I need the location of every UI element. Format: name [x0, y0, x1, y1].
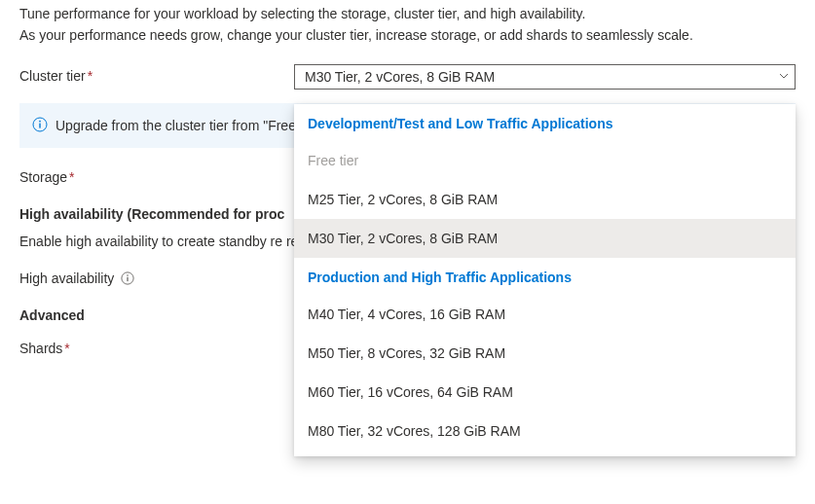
- svg-rect-5: [128, 277, 129, 281]
- dropdown-option[interactable]: M50 Tier, 8 vCores, 32 GiB RAM: [294, 334, 796, 373]
- storage-label: Storage*: [19, 165, 294, 185]
- svg-point-1: [39, 121, 41, 123]
- high-availability-label-text: High availability: [19, 270, 114, 286]
- storage-label-text: Storage: [19, 169, 67, 185]
- required-asterisk: *: [64, 341, 69, 356]
- dropdown-option[interactable]: M80 Tier, 32 vCores, 128 GiB RAM: [294, 412, 796, 450]
- dropdown-option[interactable]: M30 Tier, 2 vCores, 8 GiB RAM: [294, 219, 796, 258]
- required-asterisk: *: [69, 169, 74, 185]
- dropdown-group-header-devtest: Development/Test and Low Traffic Applica…: [294, 104, 796, 141]
- high-availability-label: High availability: [19, 267, 294, 286]
- cluster-tier-label-text: Cluster tier: [19, 68, 86, 84]
- dropdown-option[interactable]: M40 Tier, 4 vCores, 16 GiB RAM: [294, 295, 796, 334]
- svg-rect-2: [39, 124, 40, 128]
- cluster-tier-row: Cluster tier* M30 Tier, 2 vCores, 8 GiB …: [19, 64, 796, 90]
- cluster-tier-selected-value: M30 Tier, 2 vCores, 8 GiB RAM: [305, 69, 495, 85]
- cluster-tier-dropdown[interactable]: Development/Test and Low Traffic Applica…: [294, 104, 796, 456]
- intro-line-2: As your performance needs grow, change y…: [19, 27, 796, 43]
- shards-label: Shards*: [19, 337, 294, 356]
- required-asterisk: *: [88, 68, 93, 84]
- dropdown-option: Free tier: [294, 141, 796, 180]
- dropdown-option[interactable]: M25 Tier, 2 vCores, 8 GiB RAM: [294, 180, 796, 219]
- dropdown-option[interactable]: M60 Tier, 16 vCores, 64 GiB RAM: [294, 373, 796, 412]
- cluster-tier-select-input[interactable]: M30 Tier, 2 vCores, 8 GiB RAM: [294, 64, 796, 90]
- cluster-tier-select[interactable]: M30 Tier, 2 vCores, 8 GiB RAM: [294, 64, 796, 90]
- cluster-tier-label: Cluster tier*: [19, 64, 294, 84]
- info-icon[interactable]: [121, 271, 134, 285]
- intro-line-1: Tune performance for your workload by se…: [19, 6, 796, 21]
- shards-label-text: Shards: [19, 341, 62, 356]
- cluster-config-panel: Tune performance for your workload by se…: [0, 0, 815, 504]
- dropdown-group-header-production: Production and High Traffic Applications: [294, 258, 796, 295]
- info-icon: [32, 116, 48, 135]
- svg-point-4: [127, 274, 129, 276]
